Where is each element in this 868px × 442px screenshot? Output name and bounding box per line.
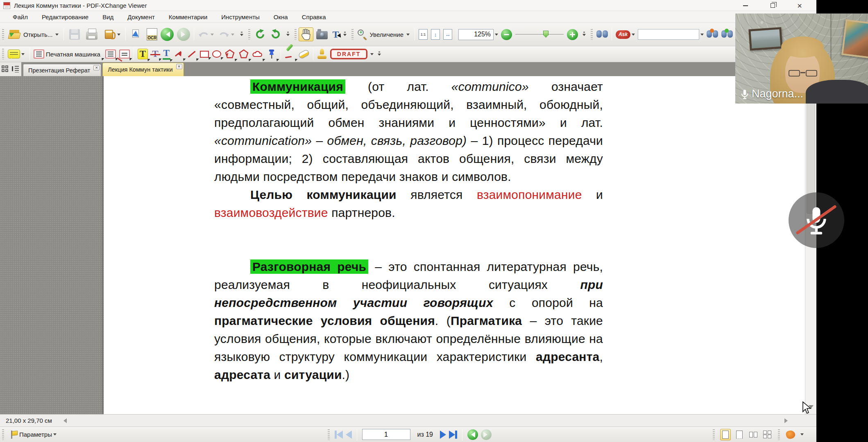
close-button[interactable]: × bbox=[790, 0, 809, 11]
toolbar-overflow-button[interactable] bbox=[285, 32, 291, 38]
oval-tool-button[interactable] bbox=[211, 50, 223, 59]
toolbar-overflow-button[interactable] bbox=[239, 32, 245, 38]
single-page-layout-button[interactable] bbox=[720, 429, 731, 440]
polygon-tool-button[interactable] bbox=[237, 48, 251, 60]
export-button[interactable] bbox=[100, 27, 123, 42]
search-button[interactable] bbox=[595, 29, 610, 39]
text-box-button[interactable] bbox=[104, 49, 118, 59]
webcam-video-tile[interactable]: Nagorna... bbox=[735, 14, 868, 104]
continuous-layout-button[interactable] bbox=[734, 429, 745, 440]
highlight-text-button[interactable]: T bbox=[136, 48, 150, 60]
save-button[interactable] bbox=[66, 27, 83, 42]
two-page-continuous-layout-button[interactable] bbox=[762, 429, 773, 440]
options-dropdown-icon[interactable] bbox=[53, 433, 57, 437]
draft-stamp-button[interactable]: DRAFT bbox=[329, 48, 369, 60]
menu-item-Редактирование[interactable]: Редактирование bbox=[35, 12, 95, 22]
redo-button[interactable] bbox=[217, 29, 237, 40]
toolbar-grip[interactable] bbox=[591, 29, 593, 40]
snapshot-button[interactable] bbox=[313, 27, 331, 42]
next-page-button[interactable] bbox=[440, 431, 446, 439]
send-mail-button[interactable] bbox=[128, 27, 145, 42]
go-forward-button[interactable] bbox=[175, 27, 192, 42]
first-page-button[interactable] bbox=[335, 431, 343, 439]
layout-grip[interactable] bbox=[778, 429, 780, 440]
stamp-dropdown-icon[interactable] bbox=[370, 53, 374, 57]
toolbar-grip[interactable] bbox=[351, 29, 354, 40]
menu-item-Комментарии[interactable]: Комментарии bbox=[162, 12, 214, 22]
hand-tool-button[interactable] bbox=[299, 27, 313, 41]
zoom-in-button[interactable] bbox=[565, 28, 580, 41]
page-number-input[interactable] bbox=[362, 429, 410, 440]
toolbar-grip[interactable] bbox=[295, 29, 297, 40]
ask-button[interactable]: Ask bbox=[614, 29, 638, 40]
sticky-note-dropdown-icon[interactable] bbox=[21, 53, 25, 57]
menu-item-Файл[interactable]: Файл bbox=[6, 12, 35, 22]
pencil-tool-button[interactable] bbox=[283, 48, 297, 60]
menu-item-Документ[interactable]: Документ bbox=[120, 12, 162, 22]
menu-item-Инструменты[interactable]: Инструменты bbox=[214, 12, 267, 22]
zoom-tool-dropdown-icon[interactable] bbox=[406, 34, 410, 37]
previous-page-button[interactable] bbox=[346, 431, 352, 439]
toolbar-overflow-button[interactable] bbox=[342, 32, 348, 38]
undo-button[interactable] bbox=[196, 29, 217, 40]
two-page-layout-button[interactable] bbox=[748, 429, 759, 440]
underline-text-button[interactable]: T bbox=[161, 47, 172, 61]
minimize-button[interactable] bbox=[736, 0, 755, 11]
layout-dropdown-icon[interactable] bbox=[800, 433, 804, 437]
scroll-left-icon[interactable] bbox=[61, 418, 67, 423]
layout-grip[interactable] bbox=[713, 429, 715, 440]
fit-page-button[interactable]: ↕ bbox=[429, 28, 442, 41]
arrow-tool-button[interactable] bbox=[172, 48, 185, 60]
rotate-cw-button[interactable] bbox=[268, 27, 283, 41]
select-text-button[interactable]: T bbox=[331, 29, 340, 40]
microphone-muted-button[interactable] bbox=[789, 192, 844, 248]
menu-item-Справка[interactable]: Справка bbox=[295, 12, 333, 22]
document-tab[interactable]: Презентация Реферат× bbox=[23, 64, 101, 76]
zoom-tool-button[interactable]: + Увеличение bbox=[356, 28, 412, 41]
find-previous-button[interactable] bbox=[705, 29, 720, 39]
toolbar-grip[interactable] bbox=[248, 29, 250, 40]
polyline-tool-button[interactable] bbox=[223, 48, 237, 60]
redo-dropdown-icon[interactable] bbox=[231, 34, 234, 37]
menu-item-Окна[interactable]: Окна bbox=[267, 12, 295, 22]
pan-zoom-tool-button[interactable] bbox=[785, 429, 796, 440]
find-next-button[interactable] bbox=[720, 29, 734, 39]
zoom-out-button[interactable] bbox=[499, 28, 514, 41]
strikeout-text-button[interactable]: T bbox=[150, 48, 161, 60]
statusbar-grip[interactable] bbox=[2, 429, 4, 440]
search-input[interactable] bbox=[638, 29, 699, 40]
typewriter-button[interactable]: Печатная машинка bbox=[32, 49, 104, 59]
export-dropdown-icon[interactable] bbox=[117, 34, 120, 37]
toolbar-grip[interactable] bbox=[2, 29, 4, 40]
actual-size-button[interactable]: 1:1 bbox=[417, 28, 429, 41]
rectangle-tool-button[interactable] bbox=[198, 50, 211, 59]
line-tool-button[interactable] bbox=[185, 48, 198, 60]
toolbar-grip[interactable] bbox=[2, 49, 4, 59]
go-back-button[interactable] bbox=[159, 27, 175, 42]
search-dropdown-icon[interactable] bbox=[700, 34, 704, 37]
print-button[interactable] bbox=[83, 27, 100, 42]
zoom-slider[interactable] bbox=[515, 29, 564, 40]
tab-close-icon[interactable]: × bbox=[176, 64, 182, 69]
zoom-level-dropdown-icon[interactable] bbox=[495, 34, 498, 37]
open-button[interactable]: Открыть... bbox=[6, 27, 61, 42]
sticky-note-button[interactable] bbox=[6, 49, 27, 59]
eraser-tool-button[interactable] bbox=[297, 50, 311, 58]
zoom-slider-thumb[interactable] bbox=[543, 31, 548, 38]
scroll-right-icon[interactable] bbox=[784, 418, 790, 423]
zoom-level-combo[interactable]: 125% bbox=[458, 29, 494, 40]
last-page-button[interactable] bbox=[449, 431, 457, 439]
pdf-page[interactable]: Коммуникация (от лат. «communico» означа… bbox=[104, 76, 805, 414]
tile-windows-icon[interactable] bbox=[2, 65, 9, 73]
tab-close-icon[interactable]: × bbox=[93, 65, 100, 70]
cloud-tool-button[interactable] bbox=[251, 48, 265, 60]
open-dropdown-icon[interactable] bbox=[55, 34, 59, 37]
rotate-ccw-button[interactable] bbox=[252, 27, 268, 41]
history-back-button[interactable] bbox=[467, 429, 478, 440]
stamp-tool-button[interactable] bbox=[315, 48, 329, 60]
fit-width-button[interactable]: ↔ bbox=[442, 28, 454, 41]
restore-button[interactable] bbox=[763, 0, 782, 11]
toolbar-overflow-button[interactable] bbox=[581, 32, 587, 38]
ask-dropdown-icon[interactable] bbox=[632, 34, 635, 37]
ocr-button[interactable]: OCR bbox=[145, 27, 159, 41]
